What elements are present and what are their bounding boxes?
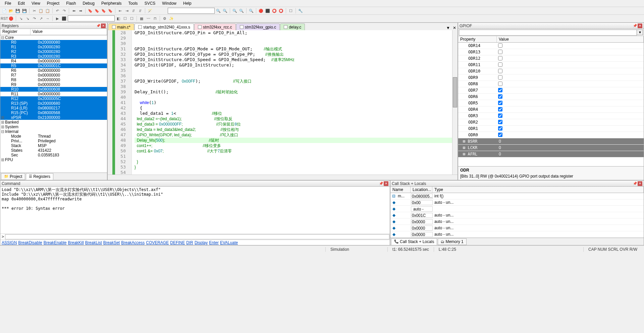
gpio-ODR0[interactable]: ODR0 bbox=[458, 132, 644, 138]
nav-fwd-icon[interactable]: ➡ bbox=[77, 8, 84, 14]
reg-FPU[interactable]: ⊞FPU bbox=[0, 157, 107, 162]
tab-registers[interactable]: ☰ Registers bbox=[26, 173, 53, 180]
editor-tab-1[interactable]: startup_stm32f40_41xxx.s bbox=[135, 23, 194, 30]
cs-col-name[interactable]: Name bbox=[390, 187, 411, 193]
replace-icon[interactable]: 🔍 bbox=[232, 8, 238, 14]
menu-edit[interactable]: Edit bbox=[14, 0, 28, 6]
menu-svcs[interactable]: SVCS bbox=[141, 0, 159, 6]
reg-xPSR[interactable]: ⊞xPSR0x21000000 bbox=[0, 115, 107, 120]
editor-tab-2[interactable]: stm32f4xx_rcc.c bbox=[194, 23, 236, 30]
hint-breakaccess[interactable]: BreakAccess bbox=[121, 240, 145, 245]
editor-tab-0[interactable]: main.c* bbox=[108, 23, 134, 30]
gpio-AFRL[interactable]: ⊞ AFRL0 bbox=[458, 151, 644, 157]
cs-row[interactable]: ◆auto - un... bbox=[390, 206, 644, 212]
reg-R13SP[interactable]: R13 (SP)0x20000680 bbox=[0, 101, 107, 106]
gpiof-dropdown-icon[interactable]: ▾ bbox=[637, 30, 643, 35]
bookmark-next-icon[interactable]: 🔖 bbox=[101, 8, 107, 14]
registers-col-name[interactable]: Register bbox=[0, 29, 31, 35]
hint-display[interactable]: Display bbox=[195, 240, 208, 245]
breakpoint-toggle-icon[interactable]: ⭕ bbox=[271, 8, 277, 14]
menu-flash[interactable]: Flash bbox=[63, 0, 79, 6]
new-file-icon[interactable]: 📄 bbox=[1, 8, 7, 14]
cut-icon[interactable]: ✂ bbox=[31, 8, 37, 14]
gpio-ODR13-check[interactable] bbox=[498, 50, 502, 54]
reg-States[interactable]: States431422 bbox=[0, 148, 107, 153]
hint-dir[interactable]: DIR bbox=[186, 240, 193, 245]
menu-peripherals[interactable]: Peripherals bbox=[98, 0, 125, 6]
gpio-ODR2-check[interactable] bbox=[498, 120, 502, 124]
step-into-icon[interactable]: ↘ bbox=[24, 15, 31, 21]
pin-icon[interactable]: 📌 bbox=[379, 181, 383, 186]
tab-memory1[interactable]: 🗂 Memory 1 bbox=[438, 238, 466, 245]
gpio-ODR4-check[interactable] bbox=[498, 107, 502, 111]
gpio-ODR7[interactable]: ODR7 bbox=[458, 87, 644, 94]
gpio-ODR10-check[interactable] bbox=[498, 69, 502, 73]
gpiof-selector[interactable] bbox=[459, 30, 637, 36]
replace-all-icon[interactable]: 🔍 bbox=[238, 8, 245, 14]
menu-view[interactable]: View bbox=[28, 0, 44, 6]
menu-file[interactable]: File bbox=[1, 0, 14, 6]
reg-R12[interactable]: R120x2000005C bbox=[0, 96, 107, 101]
gpio-ODR14[interactable]: ODR14 bbox=[458, 43, 644, 49]
gpio-ODR8[interactable]: ODR8 bbox=[458, 81, 644, 87]
reg-R11[interactable]: R110x00000000 bbox=[0, 92, 107, 96]
halt-red-icon[interactable]: 🛑 bbox=[8, 15, 14, 21]
bookmark-prev-icon[interactable]: 🔖 bbox=[94, 8, 100, 14]
paste-icon[interactable]: 📋 bbox=[45, 8, 51, 14]
command-input[interactable] bbox=[5, 234, 389, 239]
save-all-icon[interactable]: 💾 bbox=[21, 8, 28, 14]
hint-breakenable[interactable]: BreakEnable bbox=[44, 240, 67, 245]
gpio-ODR6-check[interactable] bbox=[498, 94, 502, 99]
reg-R9[interactable]: R90x00000000 bbox=[0, 82, 107, 87]
wrench-icon[interactable]: 🔧 bbox=[298, 8, 304, 14]
gpio-ODR2[interactable]: ODR2 bbox=[458, 119, 644, 126]
run-icon[interactable]: ▶ bbox=[54, 15, 60, 21]
cs-col-type[interactable]: Type bbox=[432, 187, 644, 193]
menu-project[interactable]: Project bbox=[44, 0, 63, 6]
step-out-icon[interactable]: ↗ bbox=[38, 15, 44, 21]
close-icon[interactable]: ✕ bbox=[101, 23, 106, 28]
stop-icon[interactable]: ⬛ bbox=[265, 8, 271, 14]
cs-row[interactable]: ⊟m...0x080005...int f() bbox=[390, 193, 644, 199]
reg-R1[interactable]: R10x20000280 bbox=[0, 45, 107, 49]
menu-debug[interactable]: Debug bbox=[79, 0, 98, 6]
cs-row[interactable]: ◆0x001Cauto - un... bbox=[390, 212, 644, 219]
reg-Internal[interactable]: ⊟Internal bbox=[0, 129, 107, 134]
registers-col-value[interactable]: Value bbox=[31, 29, 107, 35]
stop-icon[interactable]: ⬛ bbox=[61, 15, 67, 21]
gpio-ODR6[interactable]: ODR6 bbox=[458, 94, 644, 100]
zoom-glass-icon[interactable]: 🔍 bbox=[248, 8, 254, 14]
cube-dd-icon[interactable]: ◧ bbox=[115, 15, 121, 21]
reg-R10[interactable]: R100x08000608 bbox=[0, 87, 107, 92]
hint-enter[interactable]: Enter bbox=[209, 240, 219, 245]
nav-back-icon[interactable]: ⬅ bbox=[71, 8, 77, 14]
reg-R5[interactable]: R50x2000001C bbox=[0, 63, 107, 68]
gpio-ODR5[interactable]: ODR5 bbox=[458, 100, 644, 106]
reg-R3[interactable]: R30x20000280 bbox=[0, 54, 107, 59]
gpio-ODR0-check[interactable] bbox=[498, 133, 502, 137]
gpio-ODR11[interactable]: ODR11 bbox=[458, 62, 644, 68]
menu-tools[interactable]: Tools bbox=[125, 0, 141, 6]
gpiof-col-value[interactable]: Value bbox=[497, 36, 644, 42]
reg-R7[interactable]: R70x00000000 bbox=[0, 73, 107, 78]
logic-dd-icon[interactable]: ⊓ bbox=[152, 15, 158, 21]
hint-breakdisable[interactable]: BreakDisable bbox=[18, 240, 42, 245]
pin-icon[interactable]: 📌 bbox=[633, 181, 637, 186]
uncomment-icon[interactable]: // bbox=[137, 8, 143, 14]
reg-R0[interactable]: R00x20000080 bbox=[0, 40, 107, 45]
gpio-ODR13[interactable]: ODR13 bbox=[458, 49, 644, 55]
gpiof-col-property[interactable]: Property bbox=[458, 36, 497, 42]
gpio-ODR10[interactable]: ODR10 bbox=[458, 68, 644, 75]
gpio-ODR1[interactable]: ODR1 bbox=[458, 126, 644, 132]
reg-Mode[interactable]: ModeThread bbox=[0, 134, 107, 139]
gpio-ODR14-check[interactable] bbox=[498, 43, 502, 48]
gpio-ODR8-check[interactable] bbox=[498, 82, 502, 86]
find-in-icon[interactable]: 🔍 bbox=[222, 8, 228, 14]
hint-assign[interactable]: ASSIGN bbox=[2, 240, 17, 245]
undo-icon[interactable]: ↶ bbox=[54, 8, 60, 14]
menu-window[interactable]: Window bbox=[159, 0, 180, 6]
registers-tree[interactable]: ⊟CoreR00x20000080R10x20000280R20x2000028… bbox=[0, 35, 107, 162]
gpio-ODR12-check[interactable] bbox=[498, 56, 502, 60]
reg-R4[interactable]: R40x00000000 bbox=[0, 59, 107, 63]
gpio-ODR3-check[interactable] bbox=[498, 113, 502, 118]
